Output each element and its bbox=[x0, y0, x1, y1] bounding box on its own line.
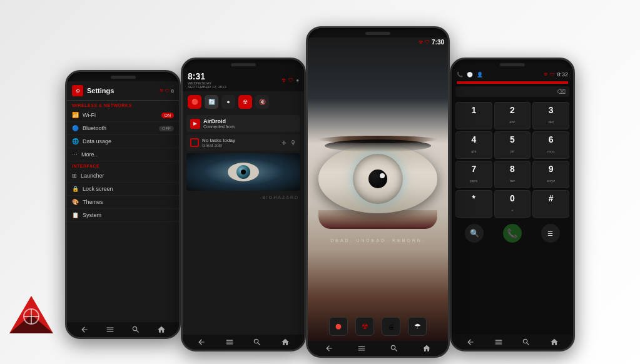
eye-preview bbox=[186, 153, 300, 191]
biohazard-footer: BIOHAZARD bbox=[183, 193, 304, 201]
dialer-keypad: 1 2abc 3def 4ghi 5jkl 6mno 7pqrs 8tuv 9w… bbox=[452, 99, 573, 220]
menu-icon[interactable] bbox=[106, 325, 114, 334]
bluetooth-item[interactable]: 🔵 Bluetooth OFF bbox=[67, 122, 179, 135]
task-add-icon[interactable]: + bbox=[282, 138, 287, 148]
search-icon[interactable] bbox=[131, 325, 140, 334]
app-icon-2[interactable]: 🔄 bbox=[205, 95, 218, 109]
phone3-bottom-apps: 🔴 ☢ 🖨 ☂ bbox=[308, 317, 448, 336]
bluetooth-toggle[interactable]: OFF bbox=[159, 126, 174, 131]
app-icon-3[interactable]: ● bbox=[221, 95, 235, 109]
app-icon-1[interactable]: 🔴 bbox=[188, 95, 201, 109]
settings-header: ⚙ Settings ☢ 🛡 8 bbox=[67, 81, 179, 101]
themes-label: Themes bbox=[83, 199, 103, 205]
notif-status-3: ● bbox=[296, 78, 299, 83]
key-4[interactable]: 4ghi bbox=[455, 131, 492, 159]
iris-main bbox=[353, 154, 403, 204]
notif-status-icons: ☢ 🛡 ● bbox=[282, 78, 299, 83]
wifi-icon: 📶 bbox=[72, 112, 79, 118]
phone-1-nav bbox=[67, 322, 179, 337]
search-button[interactable]: 🔍 bbox=[465, 224, 484, 243]
settings-title: Settings bbox=[87, 87, 114, 94]
home-icon-4[interactable] bbox=[550, 338, 559, 346]
status-icon-2: 🛡 bbox=[165, 89, 170, 93]
key-7[interactable]: 7pqrs bbox=[455, 161, 492, 188]
task-mic-icon[interactable]: 🎙 bbox=[290, 139, 297, 146]
wifi-toggle[interactable]: ON bbox=[161, 113, 175, 118]
home-icon-3[interactable] bbox=[422, 344, 431, 353]
phone-4-screen: 📞 🕐 👤 ☢ 🛡 8:32 ⌫ 1 2abc bbox=[452, 69, 573, 335]
backspace-icon[interactable]: ⌫ bbox=[557, 88, 566, 95]
wifi-item[interactable]: 📶 Wi-Fi ON bbox=[67, 109, 179, 122]
dialer-header: 📞 🕐 👤 ☢ 🛡 8:32 bbox=[452, 69, 573, 80]
menu-button[interactable]: ☰ bbox=[541, 224, 560, 243]
back-icon-2[interactable] bbox=[197, 338, 206, 346]
search-icon-3[interactable] bbox=[390, 344, 399, 353]
key-1[interactable]: 1 bbox=[455, 102, 492, 129]
airdroid-sub: Connected from: bbox=[203, 124, 236, 129]
key-3[interactable]: 3def bbox=[532, 102, 569, 129]
dialer-clock-icon: 🕐 bbox=[467, 72, 473, 78]
task-notification: No tasks today Great Job! + 🎙 bbox=[186, 134, 300, 151]
scene: ⚙ Settings ☢ 🛡 8 WIRELESS & NETWORKS 📶 W… bbox=[0, 0, 640, 364]
phone-1-speaker bbox=[111, 76, 136, 79]
menu-icon-4[interactable] bbox=[494, 338, 503, 346]
system-item[interactable]: 📋 System bbox=[67, 209, 179, 222]
app-icon-4[interactable]: ☢ bbox=[238, 95, 252, 109]
phone-4-speaker bbox=[500, 63, 525, 66]
data-usage-label: Data usage bbox=[83, 138, 111, 144]
more-item[interactable]: ⋯ More... bbox=[67, 148, 179, 161]
launcher-item[interactable]: ⊞ Launcher bbox=[67, 169, 179, 183]
menu-icon-3[interactable] bbox=[357, 344, 366, 353]
dialer-input-area: ⌫ bbox=[455, 86, 569, 97]
search-icon-2[interactable] bbox=[253, 338, 262, 346]
themes-icon: 🎨 bbox=[72, 199, 79, 205]
lock-screen-item[interactable]: 🔒 Lock screen bbox=[67, 183, 179, 196]
call-button[interactable]: 📞 bbox=[503, 224, 522, 243]
back-icon[interactable] bbox=[80, 325, 89, 334]
phone3-status-2: 🛡 bbox=[425, 39, 430, 45]
home-icon-2[interactable] bbox=[281, 338, 290, 346]
phone3-status-bar: ☢ 🛡 7:30 bbox=[419, 39, 444, 46]
settings-app-icon: ⚙ bbox=[72, 85, 83, 96]
phone-4-nav bbox=[452, 335, 573, 350]
phone-2-nav bbox=[183, 335, 304, 350]
section-interface-label: INTERFACE bbox=[67, 161, 179, 169]
launcher-label: Launcher bbox=[81, 173, 104, 179]
section-wireless-label: WIRELESS & NETWORKS bbox=[67, 101, 179, 109]
notif-status-1: ☢ bbox=[282, 78, 286, 83]
back-icon-3[interactable] bbox=[325, 344, 333, 353]
bottom-app-4[interactable]: ☂ bbox=[408, 317, 427, 336]
phone-dialer: 📞 🕐 👤 ☢ 🛡 8:32 ⌫ 1 2abc bbox=[450, 58, 575, 351]
key-0[interactable]: 0+ bbox=[494, 190, 531, 218]
search-icon-4[interactable] bbox=[522, 338, 531, 346]
bottom-app-2[interactable]: ☢ bbox=[355, 317, 374, 336]
lock-icon: 🔒 bbox=[72, 186, 79, 192]
notif-status-2: 🛡 bbox=[288, 78, 293, 83]
notif-time-block: 8:31 WEDNESDAY SEPTEMBER 12, 2012 bbox=[188, 71, 226, 89]
key-6[interactable]: 6mno bbox=[532, 131, 569, 159]
eyelashes-top bbox=[325, 139, 431, 152]
dialer-time: 8:32 bbox=[557, 71, 568, 78]
key-hash[interactable]: # bbox=[532, 190, 569, 218]
bottom-app-1[interactable]: 🔴 bbox=[329, 317, 348, 336]
app-icon-5[interactable]: 🔇 bbox=[255, 95, 269, 109]
data-usage-item[interactable]: 🌐 Data usage bbox=[67, 135, 179, 148]
themes-item[interactable]: 🎨 Themes bbox=[67, 196, 179, 209]
key-9[interactable]: 9wxyz bbox=[532, 161, 569, 188]
airdroid-notification[interactable]: ▶ AirDroid Connected from: bbox=[186, 115, 300, 132]
app-icon-row: 🔴 🔄 ● ☢ 🔇 bbox=[183, 91, 304, 113]
home-icon[interactable] bbox=[157, 325, 166, 334]
back-icon-4[interactable] bbox=[466, 338, 475, 346]
key-2[interactable]: 2abc bbox=[494, 102, 531, 129]
more-icon: ⋯ bbox=[72, 151, 78, 158]
key-5[interactable]: 5jkl bbox=[494, 131, 531, 159]
menu-icon-2[interactable] bbox=[225, 338, 234, 346]
key-8[interactable]: 8tuv bbox=[494, 161, 531, 188]
phone-2-speaker bbox=[231, 63, 256, 66]
bottom-app-3[interactable]: 🖨 bbox=[382, 317, 400, 336]
settings-status: ☢ 🛡 8 bbox=[160, 88, 174, 94]
notif-header: 8:31 WEDNESDAY SEPTEMBER 12, 2012 ☢ 🛡 ● bbox=[183, 69, 304, 91]
key-star[interactable]: * bbox=[455, 190, 492, 218]
phone-notifications: 8:31 WEDNESDAY SEPTEMBER 12, 2012 ☢ 🛡 ● … bbox=[181, 58, 306, 351]
bluetooth-label: Bluetooth bbox=[83, 125, 106, 131]
